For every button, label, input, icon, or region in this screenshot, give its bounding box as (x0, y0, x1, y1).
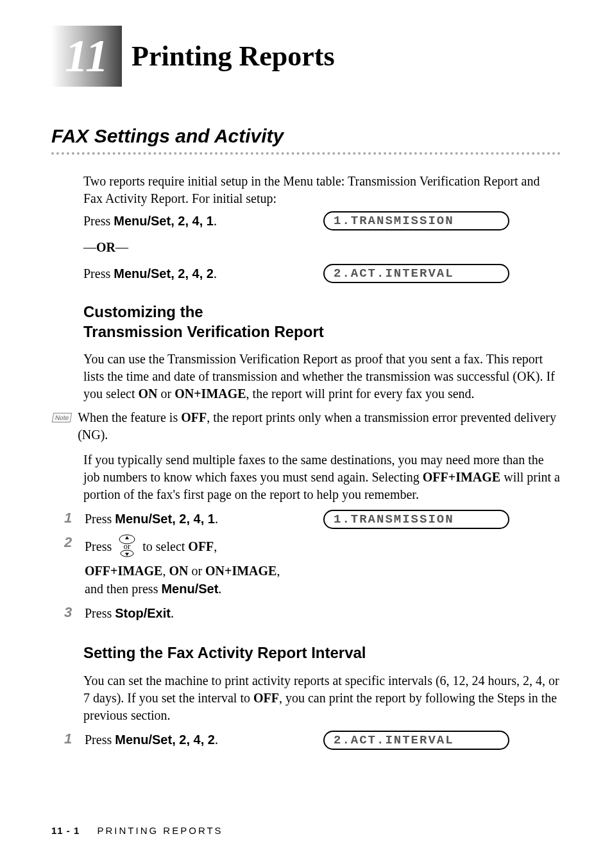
step-number: 1 (64, 510, 76, 528)
text-fragment: or (188, 564, 205, 578)
step-content: Press or to select OFF, OFF+IMAGE, ON or… (85, 534, 561, 598)
section-title: FAX Settings and Activity (51, 125, 561, 147)
press-label: Press (83, 266, 114, 281)
subsection-title-customizing: Customizing the Transmission Verificatio… (83, 302, 561, 342)
chapter-title: Printing Reports (132, 40, 335, 73)
option-off-image: OFF+IMAGE (85, 564, 162, 578)
intro-text: Two reports require initial setup in the… (83, 173, 561, 207)
text-fragment: , (276, 564, 280, 578)
option-off: OFF (253, 691, 279, 705)
lcd-display-act-interval: 2.ACT.INTERVAL (323, 264, 509, 283)
text-fragment: Press (85, 512, 115, 526)
stop-exit-key: Stop/Exit (115, 606, 171, 620)
or-separator: —OR— (83, 240, 561, 255)
text-fragment: Press (85, 606, 115, 620)
option-off-image: OFF+IMAGE (423, 470, 500, 484)
chapter-number: 11 (65, 30, 108, 83)
chapter-header: 11 Printing Reports (51, 26, 561, 87)
page-number: 11 - 1 (51, 825, 80, 836)
text-fragment: , (162, 564, 169, 578)
menuset-key: Menu/Set (161, 582, 218, 596)
section-divider (51, 152, 561, 155)
option-on: ON (169, 564, 188, 578)
option-on-image: ON+IMAGE (174, 386, 246, 401)
lcd-display-transmission: 1.TRANSMISSION (323, 211, 509, 230)
option-off: OFF (188, 539, 214, 553)
text-fragment: . (171, 606, 174, 620)
title-line: Customizing the (83, 303, 203, 320)
menuset-key: Menu/Set (114, 266, 171, 281)
step-number: 1 (64, 731, 76, 749)
period: . (215, 733, 218, 747)
customizing-para-2: If you typically send multiple faxes to … (83, 451, 561, 503)
note-icon: Note (52, 413, 72, 422)
step-content: Press Stop/Exit. (85, 604, 561, 622)
option-on-image: ON+IMAGE (205, 564, 276, 578)
menuset-key: Menu/Set (115, 512, 172, 526)
step-2: 2 Press or to select OFF, OFF+IMAGE, ON … (64, 534, 561, 598)
step-3: 3 Press Stop/Exit. (64, 604, 561, 622)
option-on: ON (139, 386, 158, 401)
page-footer: 11 - 1 PRINTING REPORTS (51, 825, 223, 836)
svg-marker-3 (125, 536, 129, 539)
option-off: OFF (181, 410, 207, 424)
step-1-interval: 1 Press Menu/Set, 2, 4, 2. 2.ACT.INTERVA… (64, 731, 561, 749)
text-fragment: When the feature is (78, 410, 181, 424)
subsection-title-activity-interval: Setting the Fax Activity Report Interval (83, 643, 561, 663)
period: . (214, 266, 217, 281)
text-fragment: , the report will print for every fax yo… (246, 386, 475, 401)
text-fragment: to select (142, 539, 188, 553)
note-block: Note When the feature is OFF, the report… (53, 409, 561, 444)
note-text: When the feature is OFF, the report prin… (78, 409, 561, 444)
key-sequence: , 2, 4, 2 (172, 733, 215, 747)
text-fragment: Press (85, 539, 115, 553)
menuset-key: Menu/Set (114, 214, 171, 228)
footer-label: PRINTING REPORTS (98, 825, 223, 836)
key-sequence: , 2, 4, 2 (171, 266, 214, 281)
svg-text:or: or (124, 541, 132, 551)
period: . (214, 214, 217, 228)
key-sequence: , 2, 4, 1 (172, 512, 215, 526)
period: . (215, 512, 218, 526)
text-fragment: and then press (85, 582, 161, 596)
customizing-para-1: You can use the Transmission Verificatio… (83, 351, 561, 403)
menuset-key: Menu/Set (115, 733, 172, 747)
text-fragment: , (214, 539, 217, 553)
text-fragment: or (158, 386, 175, 401)
up-down-arrow-icon: or (117, 534, 137, 562)
svg-marker-4 (125, 553, 129, 556)
step-number: 2 (64, 534, 76, 598)
chapter-number-box: 11 (51, 26, 122, 87)
press-label: Press (83, 214, 114, 228)
title-line: Transmission Verification Report (83, 323, 324, 340)
key-sequence: , 2, 4, 1 (171, 214, 214, 228)
step-number: 3 (64, 604, 76, 622)
lcd-display-act-interval: 2.ACT.INTERVAL (323, 731, 509, 750)
text-fragment: . (218, 582, 221, 596)
text-fragment: Press (85, 733, 115, 747)
interval-para-1: You can set the machine to print activit… (83, 672, 561, 724)
lcd-display-transmission: 1.TRANSMISSION (323, 510, 509, 529)
step-1: 1 Press Menu/Set, 2, 4, 1. 1.TRANSMISSIO… (64, 510, 561, 528)
